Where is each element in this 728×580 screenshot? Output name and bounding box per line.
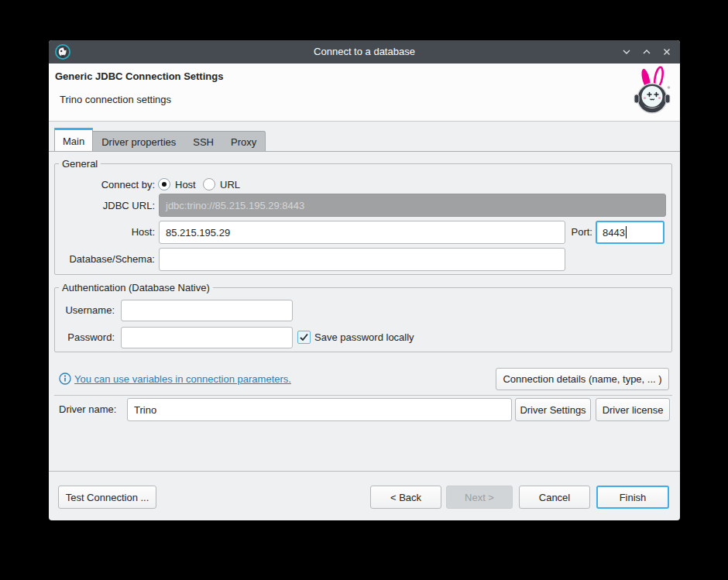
footer-divider [49,471,680,472]
radio-connect-by-host[interactable] [158,178,170,190]
tabbar: Main Driver properties SSH Proxy [54,128,266,152]
jdbc-url-label: JDBC URL: [54,200,155,212]
tab-proxy[interactable]: Proxy [222,132,265,152]
driver-settings-button[interactable]: Driver Settings [515,398,591,421]
titlebar[interactable]: Connect to a database [49,40,680,63]
host-label: Host: [54,226,155,239]
save-password-label[interactable]: Save password locally [314,331,414,344]
host-input[interactable] [159,221,565,244]
info-icon [59,372,71,385]
jdbc-url-field: jdbc:trino://85.215.195.29:8443 [159,194,666,217]
tab-ssh[interactable]: SSH [184,132,222,152]
minimize-icon[interactable] [621,46,632,57]
username-input[interactable] [121,300,293,321]
username-label: Username: [54,304,115,317]
connect-by-label: Connect by: [54,179,155,191]
driver-name-input[interactable] [127,398,512,421]
checkmark-icon [299,332,309,342]
next-button: Next > [446,486,513,509]
driver-name-label: Driver name: [59,403,116,416]
password-label: Password: [54,331,115,344]
page-subtitle: Trino connection settings [60,94,171,105]
text-caret [626,226,627,239]
trino-logo-icon [633,66,673,120]
radio-host-label[interactable]: Host [175,179,196,191]
finish-button[interactable]: Finish [596,486,669,509]
save-password-checkbox[interactable] [297,331,311,344]
port-input[interactable]: 8443 [596,221,664,244]
general-group-legend: General [59,158,101,170]
driver-license-button[interactable]: Driver license [596,398,670,421]
back-button[interactable]: < Back [370,486,441,509]
tab-main[interactable]: Main [54,128,93,152]
test-connection-button[interactable]: Test Connection ... [58,486,156,509]
password-input[interactable] [121,327,293,348]
page-title: Generic JDBC Connection Settings [55,70,223,82]
cancel-button[interactable]: Cancel [519,486,590,509]
radio-connect-by-url[interactable] [203,178,215,190]
tabbar-divider [49,151,680,152]
dialog-header: Generic JDBC Connection Settings Trino c… [49,63,680,122]
connect-dialog: Connect to a database Generic JDBC Conne… [49,40,680,520]
database-input[interactable] [159,248,565,271]
close-icon[interactable] [661,46,672,57]
port-label: Port: [546,226,592,239]
tab-driver-properties[interactable]: Driver properties [93,132,184,152]
connection-details-button[interactable]: Connection details (name, type, ... ) [496,368,669,390]
radio-url-label[interactable]: URL [220,179,240,191]
window-title: Connect to a database [49,46,680,57]
variables-link[interactable]: You can use variables in connection para… [74,373,291,385]
auth-group-legend: Authentication (Database Native) [59,282,213,293]
database-label: Database/Schema: [54,253,155,266]
jdbc-url-value: jdbc:trino://85.215.195.29:8443 [166,200,304,211]
maximize-icon[interactable] [641,46,652,57]
driver-divider [54,395,672,396]
port-value: 8443 [603,227,625,239]
